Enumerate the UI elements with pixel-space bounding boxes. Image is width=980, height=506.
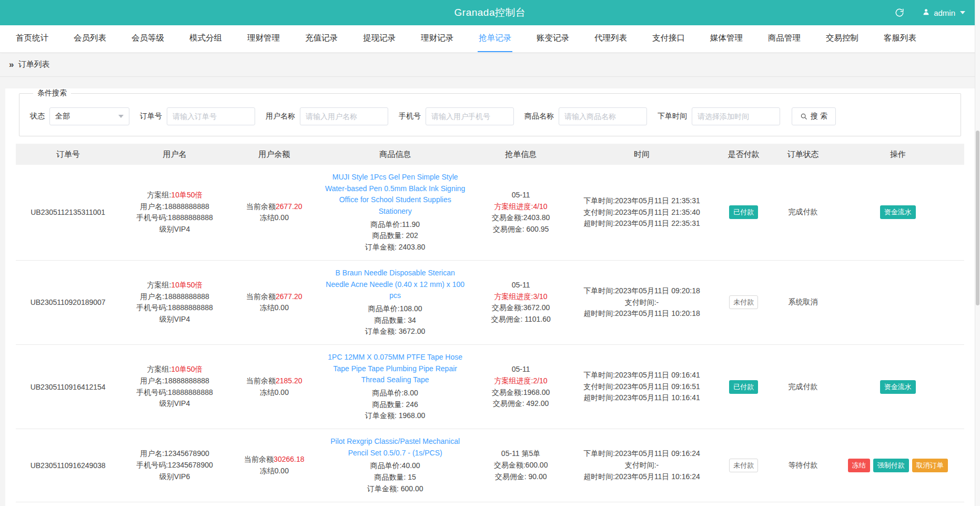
- nav-tab[interactable]: 抢单记录: [478, 25, 512, 52]
- user-name: 用户名:18888888888: [124, 201, 225, 213]
- user-name: 用户名:12345678900: [124, 448, 225, 460]
- grab-commission: 交易佣金: 1101.60: [475, 314, 566, 325]
- scrollbar-thumb[interactable]: [976, 131, 979, 305]
- balance-frozen: 冻结0.00: [234, 212, 315, 224]
- user-name: 用户名:18888888888: [124, 291, 225, 303]
- grab-amount: 交易金额:2403.80: [475, 212, 566, 224]
- order-time-input[interactable]: [692, 107, 780, 125]
- fund-flow-button[interactable]: 资金流水: [880, 380, 916, 394]
- refresh-icon[interactable]: [895, 8, 904, 17]
- paid-badge: 已付款: [729, 380, 758, 394]
- row-actions: [832, 260, 964, 344]
- product-qty: 商品数量: 202: [324, 230, 467, 242]
- product-price: 商品单价:40.00: [324, 460, 467, 472]
- order-status: 完成付款: [788, 207, 817, 216]
- nav-tab[interactable]: 充值记录: [304, 25, 339, 52]
- order-time-label: 下单时间: [658, 112, 687, 121]
- nav-tab[interactable]: 会员列表: [73, 25, 107, 52]
- user-name: 用户名:18888888888: [124, 375, 225, 387]
- table-row: UB2305112135311001 方案组:10单50倍 用户名:188888…: [16, 165, 964, 260]
- grab-commission: 交易佣金: 600.95: [475, 224, 566, 235]
- grab-progress: 方案组进度:2/10: [475, 375, 566, 387]
- nav-tab[interactable]: 账变记录: [536, 25, 570, 52]
- time-ordered: 下单时间:2023年05月11日 09:16:41: [575, 370, 709, 381]
- paid-badge: 未付款: [729, 459, 758, 472]
- order-status: 完成付款: [788, 382, 817, 391]
- user-level: 级别VIP4: [124, 224, 225, 235]
- order-status: 等待付款: [788, 461, 817, 469]
- product-link[interactable]: MUJI Style 1Pcs Gel Pen Simple Style Wat…: [324, 172, 467, 217]
- balance-current: 当前余额2677.20: [234, 201, 315, 213]
- grab-commission: 交易佣金: 90.00: [475, 471, 566, 483]
- time-timeout: 超时时间:2023年05月11日 10:16:24: [575, 471, 709, 483]
- user-icon: [922, 8, 930, 17]
- row-actions: 资金流水: [832, 165, 964, 260]
- order-no-input[interactable]: [167, 107, 255, 125]
- column-header: 商品信息: [319, 144, 471, 165]
- column-header: 订单号: [16, 144, 120, 165]
- nav-tab[interactable]: 理财记录: [420, 25, 454, 52]
- table-row: UB2305110916412154 方案组:10单50倍 用户名:188888…: [16, 344, 964, 429]
- column-header: 操作: [832, 144, 964, 165]
- grab-date: 05-11 第5单: [475, 448, 566, 460]
- nav-tab[interactable]: 提现记录: [362, 25, 397, 52]
- fund-flow-button[interactable]: 资金流水: [880, 205, 916, 219]
- balance-current: 当前余额2677.20: [234, 291, 315, 303]
- force-pay-button[interactable]: 强制付款: [873, 459, 909, 472]
- product-qty: 商品数量: 34: [324, 315, 467, 326]
- nav-tab[interactable]: 交易控制: [825, 25, 860, 52]
- product-name-input[interactable]: [559, 107, 647, 125]
- user-menu[interactable]: admin: [922, 8, 965, 17]
- nav-tab[interactable]: 支付接口: [651, 25, 686, 52]
- breadcrumb-order-list[interactable]: 订单列表: [18, 59, 49, 70]
- row-actions: [832, 502, 964, 506]
- double-chevron-icon: »: [9, 59, 14, 70]
- order-no: UB2305110920189007: [31, 298, 106, 306]
- row-actions: 资金流水: [832, 344, 964, 429]
- table-header-row: 订单号用户名用户余额商品信息抢单信息时间是否付款订单状态操作: [16, 144, 964, 165]
- time-paid: 支付时间:-: [575, 297, 709, 309]
- nav-tab[interactable]: 首页统计: [15, 25, 49, 52]
- user-level: 级别VIP4: [124, 398, 225, 410]
- grab-progress: 方案组进度:3/10: [475, 291, 566, 303]
- grab-amount: 交易金额:3672.00: [475, 302, 566, 314]
- chevron-down-icon: [118, 115, 124, 118]
- product-qty: 商品数量: 15: [324, 472, 467, 483]
- order-no-label: 订单号: [140, 112, 162, 121]
- nav-tab[interactable]: 代理列表: [593, 25, 628, 52]
- username-input[interactable]: [300, 107, 388, 125]
- nav-tab[interactable]: 客服列表: [883, 25, 917, 52]
- product-qty: 商品数量: 246: [324, 399, 467, 411]
- grab-amount: 交易金额:1968.00: [475, 387, 566, 399]
- status-select-value: 全部: [55, 112, 70, 121]
- search-panel: 条件搜索 状态 全部 订单号 用户名称 手机号 商品名称 下单时间: [19, 88, 961, 136]
- column-header: 用户名: [120, 144, 229, 165]
- time-paid: 支付时间:-: [575, 460, 709, 471]
- product-price: 商品单价:8.00: [324, 388, 467, 399]
- app-title: Granada控制台: [454, 6, 526, 19]
- table-row: UB2305110913434676 方案组:10单50倍 用户名:188888…: [16, 502, 964, 506]
- user-level: 级别VIP6: [124, 471, 225, 483]
- product-link[interactable]: Pilot Rexgrip Classic/Pastel Mechanical …: [324, 436, 467, 459]
- cancel-order-button[interactable]: 取消订单: [912, 459, 948, 472]
- scrollbar[interactable]: [975, 0, 980, 506]
- nav-tab[interactable]: 商品管理: [767, 25, 802, 52]
- status-select[interactable]: 全部: [49, 107, 129, 125]
- search-icon: [800, 113, 807, 120]
- phone-input[interactable]: [426, 107, 514, 125]
- nav-tab[interactable]: 媒体管理: [709, 25, 744, 52]
- balance-frozen: 冻结0.00: [234, 387, 315, 399]
- nav-tab[interactable]: 会员等级: [130, 25, 165, 52]
- nav-tab[interactable]: 模式分组: [188, 25, 223, 52]
- freeze-button[interactable]: 冻结: [848, 459, 870, 472]
- time-timeout: 超时时间:2023年05月11日 10:20:18: [575, 308, 709, 320]
- content-card: 条件搜索 状态 全部 订单号 用户名称 手机号 商品名称 下单时间: [5, 88, 975, 506]
- column-header: 订单状态: [774, 144, 831, 165]
- search-button[interactable]: 搜 索: [792, 107, 836, 125]
- nav-bar: 首页统计会员列表会员等级模式分组理财管理充值记录提现记录理财记录抢单记录账变记录…: [0, 25, 980, 53]
- product-link[interactable]: 1PC 12MM X 0.075MM PTFE Tape Hose Tape P…: [324, 352, 467, 386]
- product-link[interactable]: B Braun Needle Disposable Sterican Needl…: [324, 267, 467, 302]
- order-status: 系统取消: [788, 297, 817, 306]
- product-name-label: 商品名称: [524, 112, 554, 121]
- nav-tab[interactable]: 理财管理: [246, 25, 281, 52]
